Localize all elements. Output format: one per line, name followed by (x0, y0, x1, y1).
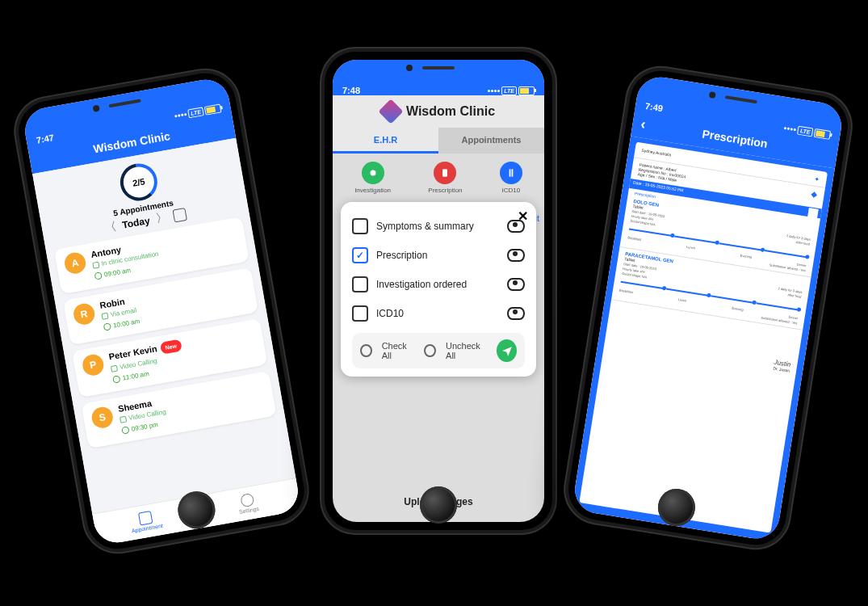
progress-value: 2/5 (121, 164, 157, 200)
prev-day-button[interactable]: 〈 (103, 219, 117, 235)
avatar: P (81, 353, 105, 377)
svg-rect-2 (509, 169, 510, 176)
clock-icon (94, 271, 103, 280)
doctor-logo-icon: ◆ (810, 189, 819, 204)
prescription-icon (434, 162, 456, 184)
uncheck-all-radio[interactable] (424, 344, 436, 357)
lte-badge: LTE (501, 86, 517, 95)
checkbox[interactable] (352, 218, 368, 234)
chip-prescription[interactable]: Prescription (428, 162, 462, 194)
share-option[interactable]: ICD10 (352, 299, 525, 328)
chip-label: Prescription (428, 187, 462, 194)
icd10-icon (500, 162, 522, 184)
signal-icon (784, 127, 796, 131)
share-modal: ✕ Symptoms & summaryPrescriptionInvestig… (341, 202, 536, 377)
phone-appointments: 7:47 LTE Wisdom Clinic 2/5 5 Appointment… (10, 65, 313, 558)
avatar: R (72, 302, 96, 326)
check-all-label: Check All (382, 341, 415, 360)
eye-icon[interactable] (507, 278, 525, 291)
doctor-signature: Justin (611, 333, 791, 368)
page-title: Prescription (702, 127, 769, 150)
checkbox[interactable] (352, 276, 368, 292)
clock-icon (103, 322, 111, 330)
battery-icon (518, 86, 535, 95)
phone-ehr: 7:48 LTE Wisdom Clinic E.H.R Appointment… (321, 48, 556, 533)
tab-label: Settings (238, 506, 259, 515)
avatar: A (63, 251, 87, 276)
check-all-radio[interactable] (360, 344, 372, 357)
status-time: 7:48 (342, 86, 360, 95)
signal-icon (488, 90, 500, 92)
checkbox[interactable] (352, 247, 368, 263)
eye-icon[interactable] (507, 220, 525, 233)
eye-icon[interactable] (507, 249, 525, 262)
uncheck-all-label: Uncheck All (446, 341, 487, 360)
tab-label: Appointments (462, 135, 522, 145)
chip-label: ICD10 (501, 187, 520, 194)
next-day-button[interactable]: 〉 (155, 210, 169, 226)
calendar-icon (138, 511, 153, 526)
app-header: Wisdom Clinic (333, 95, 544, 128)
option-label: Prescription (376, 250, 427, 261)
share-option[interactable]: Symptoms & summary (352, 212, 525, 241)
signal-icon (174, 113, 187, 118)
avatar: S (90, 406, 115, 430)
chip-label: Investigation (354, 187, 391, 194)
tab-ehr[interactable]: E.H.R (333, 128, 438, 154)
svg-rect-3 (511, 169, 513, 176)
clock-icon (121, 426, 129, 434)
day-label: Today (121, 215, 150, 231)
svg-point-0 (370, 170, 375, 176)
svg-rect-1 (443, 169, 448, 176)
clock-icon (112, 375, 120, 383)
share-option[interactable]: Investigation ordered (352, 270, 525, 299)
send-button[interactable] (497, 339, 517, 362)
option-label: ICD10 (376, 308, 404, 319)
share-option[interactable]: Prescription (352, 241, 525, 270)
calendar-icon[interactable] (173, 208, 188, 223)
option-label: Investigation ordered (376, 279, 467, 290)
chip-icd10[interactable]: ICD10 (500, 162, 522, 194)
back-icon[interactable]: ‹ (639, 116, 647, 133)
tab-appointments[interactable]: Appointments (438, 128, 544, 154)
gear-icon (240, 493, 255, 508)
checkbox[interactable] (352, 305, 368, 322)
investigation-icon (362, 162, 384, 184)
tab-label: E.H.R (374, 135, 397, 145)
prescription-document: Sydney,Australia ✦ Patient name : Albert… (579, 142, 828, 533)
option-label: Symptoms & summary (376, 221, 474, 232)
clinic-location: Sydney,Australia (641, 148, 672, 160)
clinic-logo-icon (378, 99, 403, 124)
phone-prescription: 7:49 LTE ‹ Prescription Sydney,Australia… (560, 63, 856, 553)
clinic-mark-icon: ✦ (814, 175, 820, 183)
page-title: Wisdom Clinic (406, 104, 495, 119)
chip-investigation[interactable]: Investigation (354, 162, 391, 194)
eye-icon[interactable] (507, 307, 525, 320)
progress-ring: 2/5 (117, 161, 160, 204)
